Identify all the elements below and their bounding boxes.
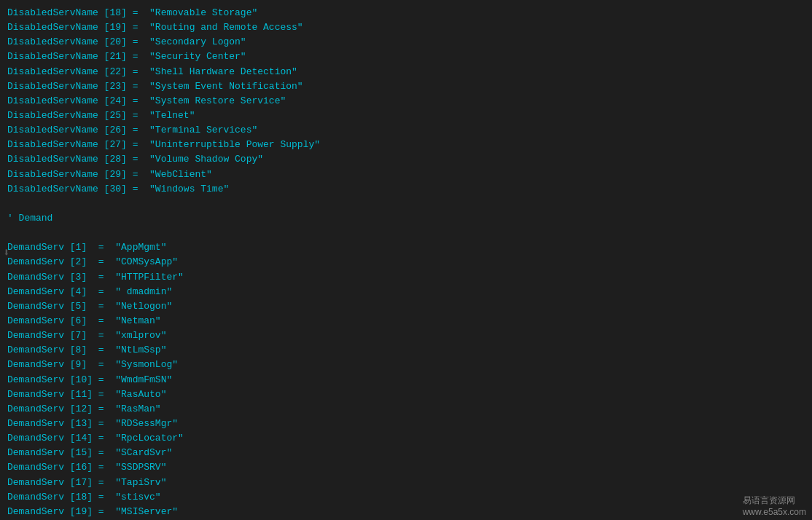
code-line: DemandServ [13] = "RDSessMgr" xyxy=(7,417,805,431)
code-line: ' Demand xyxy=(7,211,805,226)
code-line: DisabledServName [25] = "Telnet" xyxy=(7,109,805,123)
code-line: DemandServ [15] = "SCardSvr" xyxy=(7,446,805,460)
code-line: DemandServ [7] = "xmlprov" xyxy=(7,328,805,343)
code-line: DemandServ [14] = "RpcLocator" xyxy=(7,431,805,446)
code-line: DisabledServName [20] = "Secondary Logon… xyxy=(7,35,805,50)
code-line: DisabledServName [22] = "Shell Hardware … xyxy=(7,65,805,79)
code-line: DemandServ [4] = " dmadmin" xyxy=(7,285,805,299)
code-line: DemandServ [6] = "Netman" xyxy=(7,314,805,328)
code-line: DemandServ [1] = "AppMgmt" xyxy=(7,240,805,255)
code-line: DemandServ [9] = "SysmonLog" xyxy=(7,358,805,372)
code-line xyxy=(7,197,805,211)
code-line: DisabledServName [24] = "System Restore … xyxy=(7,94,805,109)
scroll-indicator: ⬇ xyxy=(3,245,10,260)
watermark-line2: www.e5a5x.com xyxy=(743,507,806,517)
code-line: DisabledServName [21] = "Security Center… xyxy=(7,50,805,64)
code-line: DisabledServName [26] = "Terminal Servic… xyxy=(7,123,805,138)
watermark: 易语言资源网 www.e5a5x.com xyxy=(743,495,806,517)
code-line: DemandServ [11] = "RasAuto" xyxy=(7,387,805,402)
code-line: DisabledServName [23] = "System Event No… xyxy=(7,79,805,94)
code-line: DemandServ [10] = "WmdmFmSN" xyxy=(7,373,805,387)
watermark-line1: 易语言资源网 xyxy=(743,495,795,505)
code-line: DemandServ [18] = "stisvc" xyxy=(7,490,805,505)
code-line: DisabledServName [18] = "Removable Stora… xyxy=(7,6,805,20)
code-line: DisabledServName [27] = "Uninterruptible… xyxy=(7,138,805,152)
code-line: DisabledServName [30] = "Windows Time" xyxy=(7,182,805,197)
code-line: DemandServ [8] = "NtLmSsp" xyxy=(7,343,805,358)
code-content: DisabledServName [18] = "Removable Stora… xyxy=(0,0,812,520)
code-line: DisabledServName [19] = "Routing and Rem… xyxy=(7,20,805,35)
code-line: DemandServ [16] = "SSDPSRV" xyxy=(7,460,805,475)
code-line: DisabledServName [29] = "WebClient" xyxy=(7,168,805,182)
code-line: DemandServ [2] = "COMSysApp" xyxy=(7,255,805,269)
code-line: DisabledServName [28] = "Volume Shadow C… xyxy=(7,152,805,167)
code-line: DemandServ [17] = "TapiSrv" xyxy=(7,476,805,490)
code-line xyxy=(7,226,805,240)
code-line: DemandServ [12] = "RasMan" xyxy=(7,402,805,417)
code-line: DemandServ [5] = "Netlogon" xyxy=(7,299,805,314)
code-line: DemandServ [19] = "MSIServer" xyxy=(7,505,805,519)
code-line: DemandServ [3] = "HTTPFilter" xyxy=(7,270,805,285)
